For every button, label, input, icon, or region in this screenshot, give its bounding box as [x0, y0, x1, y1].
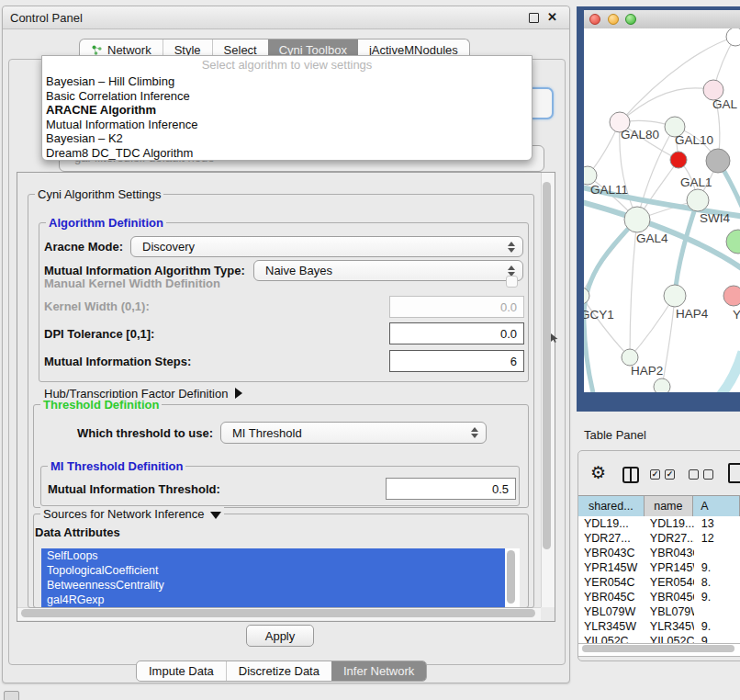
table-row[interactable]: YBL079WYBL079W: [578, 604, 740, 619]
network-node[interactable]: [670, 152, 687, 168]
algorithm-options: Bayesian – Hill ClimbingBasic Correlatio…: [42, 74, 532, 160]
manual-kernel-label: Manual Kernel Width Definition: [44, 277, 220, 290]
network-node[interactable]: [654, 378, 670, 392]
manual-kernel-checkbox[interactable]: [506, 276, 518, 288]
algorithm-option[interactable]: Basic Correlation Inference: [42, 89, 532, 104]
column-header-name[interactable]: name: [645, 496, 694, 517]
table-row[interactable]: YBR043CYBR043C: [578, 546, 740, 560]
aracne-mode-value: Discovery: [142, 240, 195, 254]
which-threshold-select[interactable]: MI Threshold: [220, 422, 487, 444]
table-row[interactable]: YBR045CYBR045C9.: [578, 590, 740, 604]
document-icon[interactable]: [728, 463, 740, 483]
attribute-item[interactable]: TopologicalCoefficient: [41, 563, 505, 578]
table-cell: YLR345W: [645, 619, 694, 634]
checked-columns-icon[interactable]: ✓✓: [650, 469, 675, 480]
column-header-clipped[interactable]: A: [693, 496, 740, 517]
algorithm-option[interactable]: Bayesian – Hill Climbing: [42, 74, 532, 89]
network-edge: [662, 296, 675, 387]
unchecked-columns-icon[interactable]: [689, 469, 713, 480]
table-row[interactable]: YIL052CYIL052C9.: [578, 634, 740, 643]
data-attributes-list: SelfLoopsTopologicalCoefficientBetweenne…: [41, 548, 520, 607]
table-row[interactable]: YLR345WYLR345W9.: [578, 619, 740, 634]
mi-threshold-input[interactable]: 0.5: [386, 478, 516, 500]
table-row[interactable]: YDL19...YDL19...13: [578, 516, 740, 531]
table-cell: 9.: [694, 560, 740, 575]
table-cell: YBR045C: [645, 590, 694, 604]
horizontal-scrollbar-thumb[interactable]: [21, 609, 535, 617]
node-label: HAP2: [631, 364, 663, 378]
close-icon[interactable]: ✕: [547, 10, 557, 24]
tab-discretize-data[interactable]: Discretize Data: [226, 661, 331, 681]
algorithm-option[interactable]: ARACNE Algorithm: [42, 103, 532, 118]
table-row[interactable]: YDR27...YDR27...12: [578, 531, 740, 546]
tab-impute-data[interactable]: Impute Data: [137, 661, 226, 681]
column-header-shared-name[interactable]: shared...: [578, 496, 645, 517]
table-cell: 9.: [694, 634, 740, 643]
attribute-items: SelfLoopsTopologicalCoefficientBetweenne…: [41, 548, 505, 607]
dpi-tolerance-input[interactable]: 0.0: [389, 322, 524, 344]
cyni-settings-group-title: Cyni Algorithm Settings: [35, 187, 163, 201]
expand-right-icon: [235, 388, 242, 399]
kernel-width-input[interactable]: 0.0: [389, 296, 524, 318]
mi-steps-input[interactable]: 6: [389, 350, 524, 372]
network-node[interactable]: [624, 207, 650, 232]
table-cell: YDL19...: [645, 516, 694, 531]
minimize-traffic-light-icon[interactable]: [608, 14, 619, 25]
network-edge: [675, 200, 698, 296]
node-label: GAL80: [621, 128, 659, 141]
stepper-icon: [508, 242, 515, 253]
mi-type-select[interactable]: Naive Bayes: [253, 260, 523, 281]
table-cell: YPR145W: [645, 560, 694, 575]
table-cell: YDR27...: [578, 531, 645, 546]
table-row[interactable]: YER054CYER054C8.: [578, 575, 740, 590]
network-node[interactable]: [726, 28, 740, 46]
algorithm-definition-title: Algorithm Definition: [46, 216, 166, 230]
gear-icon[interactable]: ⚙: [590, 464, 606, 481]
network-node[interactable]: [664, 285, 686, 307]
bottom-left-widget[interactable]: [4, 691, 19, 700]
panel-title: Control Panel: [10, 11, 83, 25]
close-traffic-light-icon[interactable]: [589, 14, 600, 25]
zoom-traffic-light-icon[interactable]: [625, 14, 636, 25]
float-window-icon[interactable]: [529, 13, 539, 23]
attribute-item[interactable]: gal4RGexp: [41, 593, 505, 607]
network-node[interactable]: [687, 189, 709, 211]
vertical-scrollbar-thumb[interactable]: [543, 182, 551, 549]
tab-infer-network[interactable]: Infer Network: [331, 661, 426, 681]
algorithm-option[interactable]: Mutual Information Inference: [42, 118, 532, 132]
apply-button[interactable]: Apply: [246, 625, 314, 647]
network-node[interactable]: [584, 166, 597, 185]
algorithm-option[interactable]: Dream8 DC_TDC Algorithm: [42, 146, 532, 161]
attribute-item[interactable]: BetweennessCentrality: [41, 578, 505, 593]
network-node[interactable]: [723, 286, 740, 306]
table-panel-title: Table Panel: [584, 428, 646, 442]
split-columns-icon[interactable]: [622, 467, 639, 483]
bottom-tabs: Impute Data Discretize Data Infer Networ…: [136, 660, 427, 682]
table-cell: 9.: [694, 619, 740, 634]
table-horizontal-scrollbar-thumb[interactable]: [582, 645, 734, 652]
table-cell: YLR345W: [578, 619, 645, 634]
node-label: GAL4: [636, 231, 668, 245]
aracne-mode-select[interactable]: Discovery: [130, 236, 523, 257]
table-cell: 13: [694, 516, 740, 531]
network-canvas[interactable]: GALGAL80GAL10GAL1GAL11SWI4GAL4GCY1HAP4YH…: [584, 28, 740, 392]
node-label: Y: [733, 308, 740, 322]
attribute-item[interactable]: SelfLoops: [41, 548, 505, 563]
table-cell: YBL079W: [645, 604, 694, 619]
mi-threshold-label: Mutual Information Threshold:: [48, 482, 220, 497]
sources-group-title[interactable]: Sources for Network Inference: [40, 507, 224, 521]
stepper-icon: [508, 265, 515, 277]
node-label: SWI4: [700, 211, 730, 225]
table-rows: YDL19...YDL19...13YDR27...YDR27...12YBR0…: [578, 516, 740, 643]
which-threshold-value: MI Threshold: [232, 426, 302, 440]
table-cell: YDL19...: [578, 516, 645, 531]
node-label: HAP4: [676, 307, 709, 321]
mouse-cursor: [551, 333, 559, 344]
table-row[interactable]: YPR145WYPR145W9.: [578, 560, 740, 575]
mi-threshold-group-title: MI Threshold Definition: [48, 459, 185, 473]
list-scrollbar-thumb[interactable]: [507, 550, 515, 604]
network-node[interactable]: [726, 230, 740, 254]
network-node[interactable]: [706, 149, 730, 173]
algorithm-option[interactable]: Bayesian – K2: [42, 131, 532, 146]
node-label: GAL10: [675, 133, 713, 147]
